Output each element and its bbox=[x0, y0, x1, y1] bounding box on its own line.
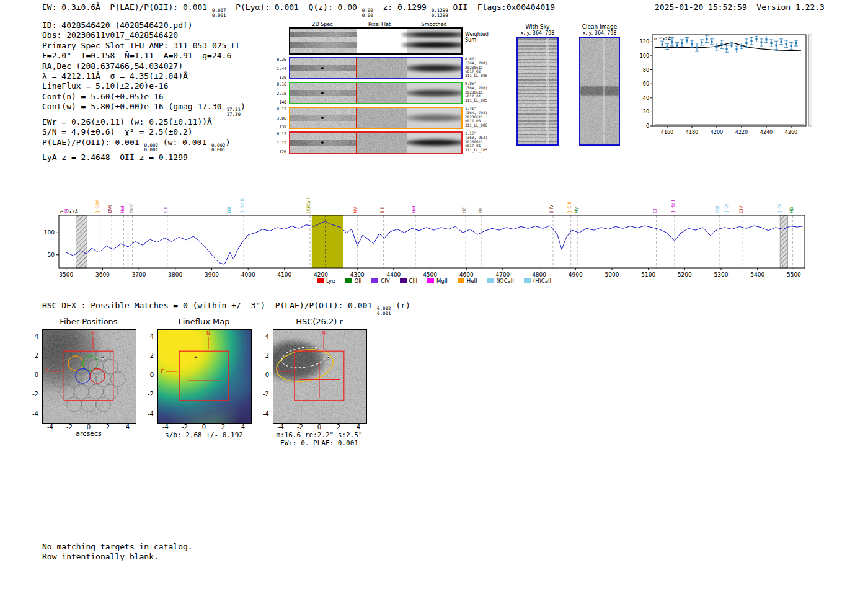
legend-label: (K)CaII bbox=[496, 278, 513, 284]
emission-line-label: SiII bbox=[379, 207, 385, 213]
x-tick-label: -4 bbox=[158, 424, 173, 430]
y-tick-label: 0 bbox=[257, 371, 269, 378]
legend-item: Lyα bbox=[317, 278, 335, 284]
y-tick-label: 100 bbox=[640, 53, 649, 59]
legend-swatch bbox=[458, 278, 464, 283]
x-tick-label: 2 bbox=[100, 424, 115, 430]
fiber-circle bbox=[81, 347, 96, 362]
legend-swatch bbox=[400, 278, 407, 283]
uncertainty-stack: 0.0020.001 bbox=[144, 143, 158, 153]
legend-swatch bbox=[487, 278, 494, 283]
masked-region bbox=[780, 215, 787, 268]
y-tick-label: -4 bbox=[26, 411, 38, 417]
line-center-dot bbox=[321, 117, 324, 119]
x-tick-label: 4300 bbox=[350, 272, 365, 278]
flux-data-point bbox=[755, 38, 757, 40]
spectrum-legend: LyαOIICIVCIIIMgIIHeII(K)CaII(H)CaII bbox=[0, 278, 868, 284]
col-header-2dspec: 2D Spec bbox=[312, 22, 332, 27]
flux-data-point bbox=[696, 47, 698, 48]
line-center-dot bbox=[321, 67, 324, 69]
line-center-dot bbox=[321, 92, 324, 94]
y-tick-label: 0 bbox=[141, 371, 154, 378]
pixel-flat-image bbox=[357, 108, 407, 128]
info-line: RA,Dec (208.637466,54.034027) bbox=[42, 61, 246, 71]
info-line: EWr = 0.26(±0.11) (w: 0.25(±0.11))Å bbox=[42, 117, 246, 127]
legend-item: HeII bbox=[458, 278, 477, 284]
with-sky-image bbox=[516, 37, 559, 146]
x-tick-label: 4900 bbox=[569, 272, 583, 278]
emission-line-label: SiIV bbox=[549, 204, 554, 213]
noise-texture bbox=[357, 108, 407, 128]
x-tick-label: 4180 bbox=[686, 130, 698, 135]
x-tick-label: 4600 bbox=[459, 272, 474, 278]
flux-data-point bbox=[750, 40, 752, 42]
legend-item: OII bbox=[345, 278, 362, 284]
flux-data-point bbox=[730, 44, 732, 46]
fiber-circle bbox=[96, 398, 111, 412]
selected-fiber-circle bbox=[76, 369, 91, 384]
arcsecs-axis-label: arcsecs bbox=[76, 430, 101, 438]
uncertainty-stack: 0.0020.001 bbox=[211, 143, 226, 153]
info-line: Obs: 20230611v017_4028546420 bbox=[42, 30, 246, 40]
aperture-ellipse-dashed bbox=[280, 344, 327, 370]
selected-fiber-circle bbox=[68, 356, 83, 371]
x-tick-label: 4240 bbox=[760, 130, 773, 135]
ew-value: EW: 0.3±0.6Å bbox=[42, 2, 110, 12]
uncertainty-stack: 17.3117.30 bbox=[226, 107, 241, 117]
flux-data-point bbox=[676, 44, 678, 46]
timestamp-version: 2025-01-20 15:52:59 Version 1.22.3 bbox=[655, 2, 825, 12]
spec2d-row bbox=[289, 57, 463, 79]
fiber-circle bbox=[52, 372, 67, 387]
flux-data-point bbox=[715, 46, 717, 48]
y-tick-label: 2 bbox=[141, 352, 154, 359]
x-tick-label: 5200 bbox=[678, 272, 692, 278]
emission-line-label: OIII bbox=[715, 205, 720, 213]
info-line: S/N = 4.9(±0.6) χ² = 2.5(±0.2) bbox=[42, 127, 246, 137]
clean-image-coords: x, y: 364, 798 bbox=[583, 30, 617, 36]
y-tick-label: -4 bbox=[141, 411, 154, 417]
legend-label: Lyα bbox=[326, 278, 335, 284]
fiber-circle bbox=[74, 384, 89, 399]
legend-swatch bbox=[524, 278, 531, 283]
hsc-cutout-title: HSC(26.2) r bbox=[296, 317, 343, 326]
flux-data-point bbox=[785, 43, 787, 45]
y-tick-label: 60 bbox=[643, 81, 649, 87]
y-tick-label: 20 bbox=[643, 109, 649, 115]
spec2d-row-scale-values: 0.261.44139 bbox=[272, 57, 286, 81]
flux-units-label: e⁻¹⁷x2Å bbox=[60, 209, 79, 215]
x-tick-label: 4 bbox=[120, 424, 135, 430]
detection-info-block: ID: 4028546420 (4028546420.pdf)Obs: 2023… bbox=[42, 20, 246, 163]
spec2d-row-scale-values: 0.123.06139 bbox=[272, 107, 286, 130]
lineflux-map-overlay: NE bbox=[157, 329, 250, 422]
peak-marker bbox=[195, 357, 197, 359]
fiber-positions-title: Fiber Positions bbox=[60, 317, 117, 326]
spec2d-image bbox=[290, 58, 357, 78]
x-tick-label: 4 bbox=[351, 424, 366, 430]
line-center-marker bbox=[356, 83, 357, 103]
legend-item: CIV bbox=[371, 278, 389, 284]
x-tick-label: 4220 bbox=[735, 130, 748, 135]
plae-uncertainty: 0.0170.001 bbox=[212, 8, 226, 18]
x-tick-label: 4160 bbox=[661, 130, 673, 135]
detected-line-band bbox=[312, 215, 343, 268]
smoothed-image bbox=[407, 83, 463, 103]
emission-line-label: Hζ bbox=[461, 207, 467, 213]
spec2d-row-annotation: 1.16"(363, 963)20230611v017_01311_LL_105 bbox=[465, 131, 505, 153]
clean-image bbox=[579, 37, 620, 146]
noise-texture bbox=[518, 38, 557, 144]
fiber-circle bbox=[81, 372, 96, 387]
emission-line-label: } CIII bbox=[567, 202, 572, 213]
emission-line-label: HeII bbox=[120, 204, 125, 213]
redshift-value: z: 0.1299 bbox=[373, 2, 432, 12]
x-tick-label: 4700 bbox=[495, 272, 510, 278]
line-center-dot bbox=[321, 141, 324, 144]
col-header-pixelflat: Pixel Flat bbox=[368, 22, 391, 27]
emission-line-label: CII bbox=[652, 207, 658, 213]
legend-swatch bbox=[427, 278, 434, 283]
x-tick-label: -2 bbox=[293, 424, 308, 430]
hsc-dex-text: HSC-DEX : Possible Matches = 0 (within +… bbox=[42, 301, 377, 310]
masked-region bbox=[76, 215, 87, 268]
x-tick-label: 5500 bbox=[787, 272, 801, 278]
emission-line-label: } OIII bbox=[777, 201, 782, 213]
flux-data-point bbox=[765, 38, 767, 40]
